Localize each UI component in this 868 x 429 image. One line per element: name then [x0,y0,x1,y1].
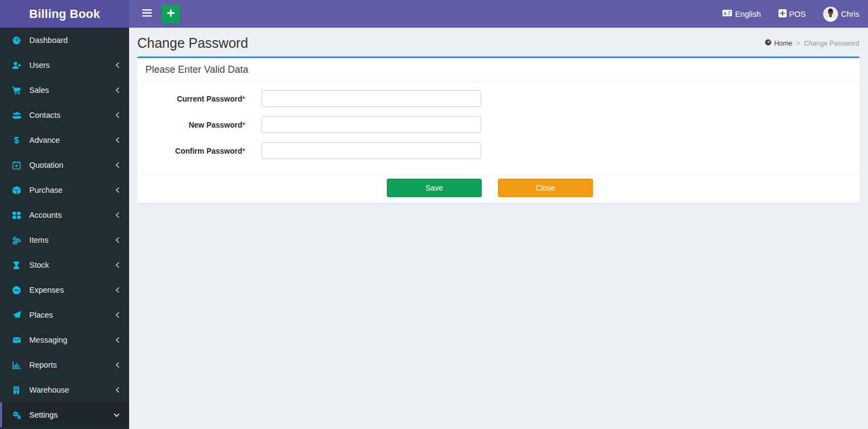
sidebar-item-dashboard[interactable]: Dashboard [0,28,129,53]
top-header: Billing Book A English POS [0,0,868,28]
field-label: New Password* [143,121,245,129]
hourglass-icon [12,261,22,270]
sidebar-item-purchase[interactable]: Purchase [0,178,129,203]
form-field-row: Confirm Password* [143,142,860,159]
breadcrumb-separator: > [796,40,800,47]
save-button[interactable]: Save [387,179,482,197]
sidebar-item-contacts[interactable]: Contacts [0,103,129,128]
sidebar-item-quotation[interactable]: Quotation [0,153,129,178]
minus-circle-icon [12,286,22,295]
sidebar-item-warehouse[interactable]: Warehouse [0,377,129,402]
sidebar-item-reports[interactable]: Reports [0,352,129,377]
language-label: English [735,10,761,18]
page-title: Change Password [137,35,248,51]
dashboard-icon [12,36,22,45]
sidebar-item-label: Warehouse [29,386,69,394]
chevron-left-icon [114,236,120,244]
new-password-input[interactable] [261,116,481,133]
cube-icon [12,186,22,195]
language-menu[interactable]: A English [722,9,761,19]
sidebar-item-label: Dashboard [29,36,68,45]
breadcrumb-current: Change Password [804,40,859,47]
confirm-password-input[interactable] [261,142,481,159]
card-title: Please Enter Valid Data [145,64,248,75]
chevron-left-icon [114,136,120,144]
sidebar-item-settings[interactable]: Settings [0,402,129,427]
button-row: Save Close [387,179,853,197]
user-plus-icon [12,61,22,70]
plus-square-icon [778,9,787,19]
sidebar-item-label: Quotation [29,161,63,169]
sidebar-item-items[interactable]: Items [0,228,129,253]
chevron-left-icon [114,361,120,369]
user-name: Chris [841,10,859,18]
close-button[interactable]: Close [498,179,593,197]
sidebar-item-label: Advance [29,136,60,144]
sidebar-item-label: Items [29,236,48,244]
sidebar-item-label: Sales [29,86,49,94]
current-password-input[interactable] [261,90,481,107]
sidebar-item-places[interactable]: Places [0,302,129,327]
dollar-icon: $ [12,136,22,145]
user-avatar [823,7,838,22]
sidebar-item-label: Purchase [29,186,62,194]
chevron-left-icon [114,211,120,219]
chevron-left-icon [114,336,120,344]
pos-label: POS [789,10,806,18]
card-header: Please Enter Valid Data [137,58,860,82]
breadcrumb: Home > Change Password [764,39,859,48]
breadcrumb-home-link[interactable]: Home [764,39,792,48]
card-body: Current Password* New Password* Confirm … [137,82,860,175]
chevron-down-icon [113,412,120,418]
chevron-left-icon [114,311,120,319]
paper-plane-icon [12,311,22,320]
chevron-left-icon [114,286,120,294]
chevron-left-icon [114,386,120,394]
card-footer: Save Close [137,175,860,203]
sidebar-item-label: Users [29,61,50,70]
calendar-plus-icon [12,161,22,170]
sidebar-item-sales[interactable]: Sales [0,78,129,103]
sidebar-item-stock[interactable]: Stock [0,253,129,277]
brand-logo[interactable]: Billing Book [0,0,129,28]
chevron-left-icon [114,61,120,69]
sidebar-item-label: Stock [29,261,49,269]
sidebar-item-expenses[interactable]: Expenses [0,277,129,302]
top-navbar: A English POS Chris [129,0,868,28]
sidebar-item-label: Settings [29,411,58,419]
cubes-icon [12,236,22,245]
change-password-card: Please Enter Valid Data Current Password… [137,56,860,203]
hamburger-icon [142,9,152,19]
cart-icon [12,86,22,95]
sidebar-toggle-button[interactable] [137,6,157,22]
dashboard-gauge-icon [764,39,772,48]
sidebar-item-accounts[interactable]: Accounts [0,203,129,228]
sidebar-item-label: Messaging [29,336,67,344]
form-field-row: New Password* [143,116,860,133]
field-label: Current Password* [143,94,245,103]
navbar-right: A English POS Chris [722,7,860,22]
sidebar-item-messaging[interactable]: Messaging [0,327,129,352]
sidebar-item-label: Expenses [29,286,64,294]
chevron-left-icon [114,186,120,194]
users-icon [12,111,22,120]
sidebar-item-users[interactable]: Users [0,53,129,78]
quick-add-button[interactable] [162,5,180,23]
required-asterisk: * [242,147,245,155]
building-icon [12,386,22,395]
required-asterisk: * [242,121,245,129]
sidebar: Dashboard Users Sales Contacts $ Advance… [0,28,129,429]
sidebar-item-label: Accounts [29,211,62,219]
plus-icon [167,9,175,18]
pos-menu[interactable]: POS [778,9,806,19]
sidebar-item-label: Contacts [29,111,60,119]
sidebar-menu: Dashboard Users Sales Contacts $ Advance… [0,28,129,427]
chevron-left-icon [114,86,120,94]
bar-chart-icon [12,361,22,370]
sidebar-item-advance[interactable]: $ Advance [0,128,129,153]
user-menu[interactable]: Chris [823,7,859,22]
gears-icon [12,411,22,420]
required-asterisk: * [242,94,245,103]
chevron-left-icon [114,161,120,169]
content-header: Change Password Home > Change Password [129,28,868,56]
